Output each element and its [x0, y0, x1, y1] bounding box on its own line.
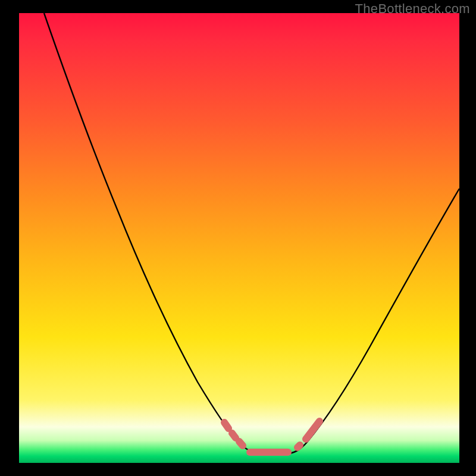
watermark-text: TheBottleneck.com	[355, 1, 470, 17]
curve-layer	[19, 13, 459, 463]
chart-frame: TheBottleneck.com	[0, 0, 476, 476]
bottleneck-curve	[44, 13, 459, 453]
highlight-band	[224, 421, 320, 452]
plot-area	[19, 13, 459, 463]
